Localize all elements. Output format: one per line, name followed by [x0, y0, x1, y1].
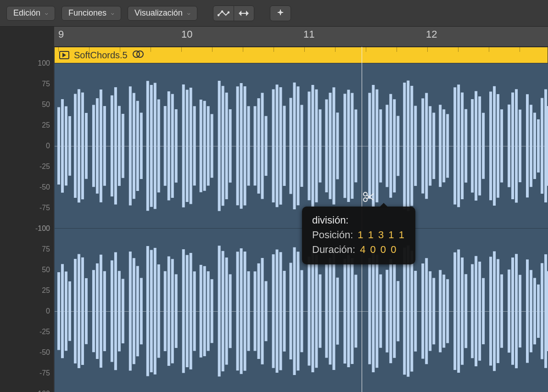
tooltip-value: 4 0 0 0	[360, 242, 397, 257]
amplitude-label: 75	[4, 80, 50, 88]
ruler-bar-number: 11	[303, 28, 314, 40]
waveform-channel-left[interactable]	[55, 63, 548, 229]
tooltip-label: Duración:	[312, 242, 355, 257]
amplitude-label: 50	[4, 101, 50, 109]
division-tooltip: división: Posición: 1 1 3 1 1 Duración: …	[302, 207, 415, 264]
waveform-area[interactable]	[54, 63, 548, 392]
svg-point-2	[228, 11, 229, 13]
amplitude-label: 50	[4, 266, 50, 274]
amplitude-label: 0	[4, 142, 50, 150]
stereo-icon	[132, 50, 144, 61]
amplitude-label: 100	[4, 59, 50, 67]
bar-ruler[interactable]: 9101112	[54, 27, 548, 47]
tooltip-label: Posición:	[312, 228, 353, 242]
tooltip-value: 1 1 3 1 1	[358, 228, 405, 242]
amplitude-label: 75	[4, 245, 50, 253]
amplitude-label: -100	[4, 390, 50, 392]
svg-point-3	[279, 11, 282, 14]
menu-visualizacion[interactable]: Visualización ⌵	[128, 6, 197, 21]
scissors-cursor-icon	[363, 191, 375, 205]
automation-curve-icon[interactable]	[213, 6, 234, 21]
chevron-down-icon: ⌵	[111, 10, 114, 16]
editor-panel: 9101112 1007550250-25-50-75-100100755025…	[0, 27, 548, 392]
flex-icon[interactable]	[234, 6, 254, 21]
amplitude-label: -50	[4, 348, 50, 357]
amplitude-label: -25	[4, 328, 50, 336]
ruler-bar-number: 9	[58, 28, 64, 40]
amplitude-label: -50	[4, 183, 50, 191]
amplitude-gutter: 1007550250-25-50-75-1001007550250-25-50-…	[0, 47, 54, 392]
region-header[interactable]: SoftChords.5	[54, 47, 548, 63]
amplitude-label: -25	[4, 162, 50, 171]
play-icon	[59, 51, 69, 59]
menu-label: Funciones	[68, 8, 106, 18]
menu-label: Edición	[13, 8, 40, 18]
menu-funciones[interactable]: Funciones ⌵	[62, 6, 121, 21]
tooltip-title: división:	[312, 213, 405, 228]
amplitude-label: 0	[4, 307, 50, 315]
svg-point-1	[221, 11, 223, 12]
amplitude-label: -75	[4, 369, 50, 377]
menu-label: Visualización	[134, 8, 183, 18]
amplitude-label: 25	[4, 121, 50, 129]
chevron-down-icon: ⌵	[45, 10, 48, 16]
waveform-channel-right[interactable]	[55, 229, 548, 392]
automation-group	[213, 6, 254, 21]
toolbar: Edición ⌵ Funciones ⌵ Visualización ⌵	[0, 0, 548, 27]
ruler-bar-number: 12	[426, 28, 437, 40]
amplitude-label: 25	[4, 286, 50, 295]
chevron-down-icon: ⌵	[187, 10, 190, 16]
catch-toggle-icon[interactable]	[270, 6, 291, 21]
amplitude-label: 100	[4, 224, 50, 233]
ruler-bar-number: 10	[181, 28, 192, 40]
menu-edicion[interactable]: Edición ⌵	[6, 6, 55, 21]
catch-group	[270, 6, 291, 21]
amplitude-label: -75	[4, 204, 50, 212]
svg-point-0	[218, 14, 219, 16]
